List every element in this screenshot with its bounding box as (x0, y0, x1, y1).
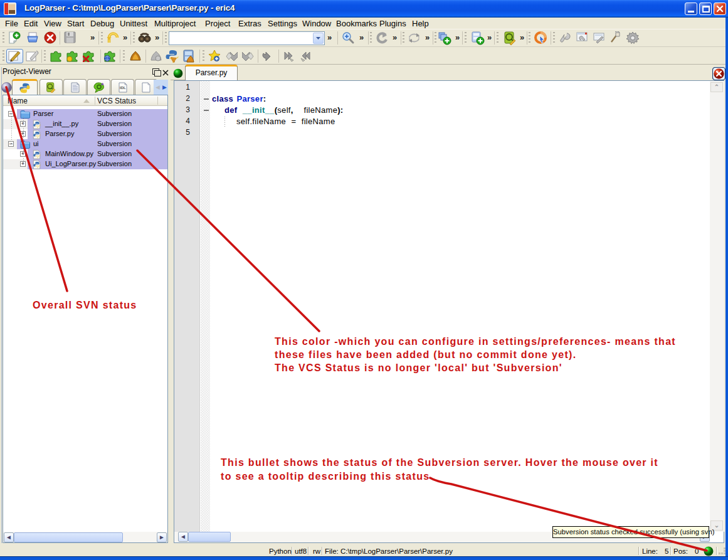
svg-text:IDL: IDL (120, 86, 126, 90)
